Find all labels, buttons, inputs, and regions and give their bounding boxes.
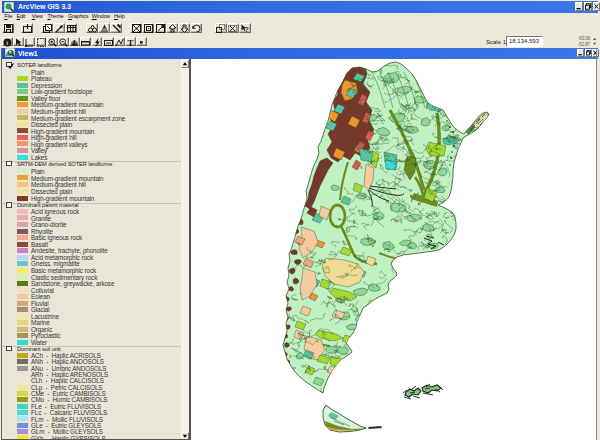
svg-text:i: i xyxy=(6,39,8,47)
svg-text:T: T xyxy=(128,38,134,47)
svg-text:?: ? xyxy=(245,25,249,32)
